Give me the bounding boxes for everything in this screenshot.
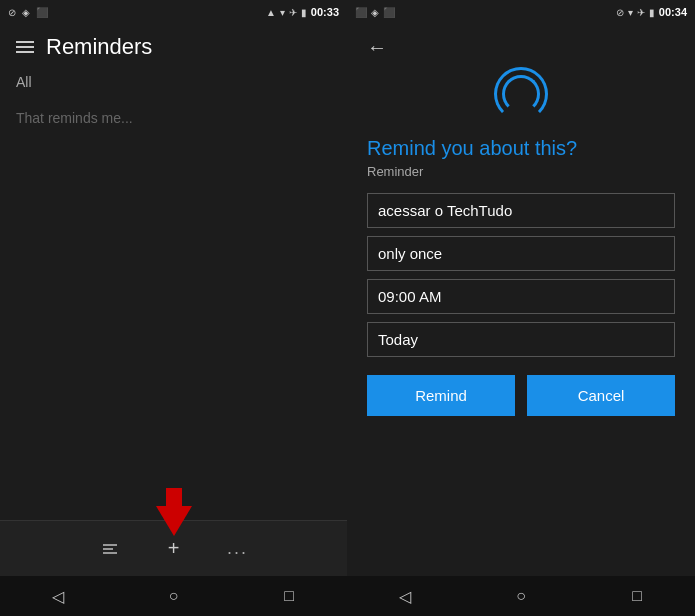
cortana-logo — [494, 67, 548, 121]
recent-button-left[interactable]: □ — [269, 587, 309, 605]
left-status-right: ▲ ▾ ✈ ▮ 00:33 — [266, 6, 339, 18]
left-status-bar: ⊘ ◈ ⬛ ▲ ▾ ✈ ▮ 00:33 — [0, 0, 347, 24]
cortana-inner-ring — [502, 75, 540, 113]
red-arrow-icon — [156, 506, 192, 536]
camera-icon: ⬛ — [36, 7, 48, 18]
right-time: 00:34 — [659, 6, 687, 18]
time-field[interactable]: 09:00 AM — [367, 279, 675, 314]
list-view-icon — [103, 544, 117, 554]
back-button-right[interactable]: ◁ — [385, 587, 425, 606]
date-field[interactable]: Today — [367, 322, 675, 357]
signal-icon: ▲ — [266, 7, 276, 18]
back-button-left[interactable]: ◁ — [38, 587, 78, 606]
task-field[interactable]: acessar o TechTudo — [367, 193, 675, 228]
right-nav-bar: ◁ ○ □ — [347, 576, 695, 616]
right-camera-icon: ⬛ — [383, 7, 395, 18]
action-buttons: Remind Cancel — [367, 375, 675, 416]
right-content: ← Remind you about this? Reminder acessa… — [347, 24, 695, 576]
right-airplane-icon: ✈ — [637, 7, 645, 18]
home-button-left[interactable]: ○ — [153, 587, 193, 605]
left-header: Reminders — [0, 24, 347, 70]
left-nav-bar: ◁ ○ □ — [0, 576, 347, 616]
list-view-button[interactable] — [92, 531, 128, 567]
left-status-icons: ⊘ ◈ ⬛ — [8, 7, 48, 18]
dropbox-icon: ◈ — [22, 7, 30, 18]
more-options-button[interactable]: ... — [220, 531, 256, 567]
reminder-placeholder: That reminds me... — [0, 98, 347, 138]
home-button-right[interactable]: ○ — [501, 587, 541, 605]
menu-button[interactable] — [16, 41, 34, 53]
remind-subtitle: Reminder — [367, 164, 675, 179]
right-panel: ⬛ ◈ ⬛ ⊘ ▾ ✈ ▮ 00:34 ← Remind you about t… — [347, 0, 695, 616]
right-dropbox-icon: ◈ — [371, 7, 379, 18]
add-icon: + — [168, 537, 180, 560]
notification-icon: ⊘ — [8, 7, 16, 18]
battery-icon: ▮ — [301, 7, 307, 18]
recent-button-right[interactable]: □ — [617, 587, 657, 605]
cancel-button[interactable]: Cancel — [527, 375, 675, 416]
airplane-icon: ✈ — [289, 7, 297, 18]
back-button[interactable]: ← — [367, 36, 397, 59]
frequency-field[interactable]: only once — [367, 236, 675, 271]
filter-label: All — [0, 70, 347, 98]
right-signal-icon: ⊘ — [616, 7, 624, 18]
right-battery-icon: ▮ — [649, 7, 655, 18]
remind-title: Remind you about this? — [367, 137, 675, 160]
arrow-indicator — [156, 506, 192, 536]
right-status-icons-left: ⬛ ◈ ⬛ — [355, 7, 395, 18]
more-icon: ... — [227, 538, 248, 559]
right-status-bar: ⬛ ◈ ⬛ ⊘ ▾ ✈ ▮ 00:34 — [347, 0, 695, 24]
right-notification-icon: ⬛ — [355, 7, 367, 18]
reminders-list — [0, 138, 347, 520]
page-title: Reminders — [46, 34, 152, 60]
right-status-right: ⊘ ▾ ✈ ▮ 00:34 — [616, 6, 687, 18]
right-wifi-icon: ▾ — [628, 7, 633, 18]
left-panel: ⊘ ◈ ⬛ ▲ ▾ ✈ ▮ 00:33 Reminders All That r… — [0, 0, 347, 616]
wifi-icon: ▾ — [280, 7, 285, 18]
remind-button[interactable]: Remind — [367, 375, 515, 416]
left-time: 00:33 — [311, 6, 339, 18]
